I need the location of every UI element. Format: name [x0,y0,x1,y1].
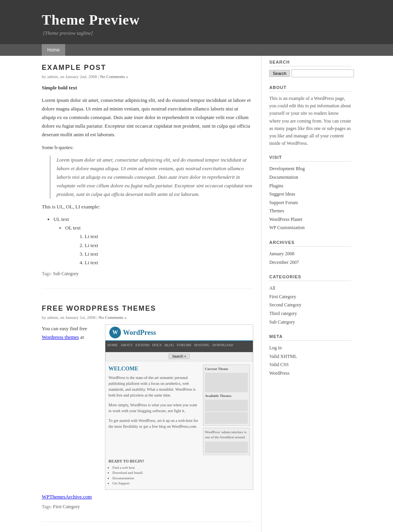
wp-logo-icon: W [109,327,121,338]
post-bquote-label: Some b-quotes: [42,143,253,152]
wp-logo-text: WordPress [123,327,156,339]
visit-link-themes[interactable]: Themes [269,208,284,214]
list-item: WordPress Planet [269,215,351,224]
tag-link-subcategory[interactable]: Sub Category [53,271,79,276]
visit-link-devblog[interactable]: Development Blog [269,166,305,171]
list-item: Li text [85,241,253,250]
tags-label-2: Tags: [42,504,52,509]
nav-link-home[interactable]: Home [42,44,65,56]
list-item: Valid XHTML [269,352,351,361]
sidebar-meta-heading: Meta [269,334,351,341]
cat-link-second[interactable]: Second Category [269,302,301,308]
visit-link-docs[interactable]: Documentation [269,174,298,180]
wp-nav-about: ABOUT [121,342,133,351]
list-item: Support Forum [269,199,351,207]
visit-link-plugins[interactable]: Plugins [269,183,283,189]
site-title: Theme Preview [42,12,393,28]
visit-link-wpcustom[interactable]: WP Customization [269,225,305,230]
meta-wordpress[interactable]: WordPress [269,370,290,376]
visit-link-support[interactable]: Support Forum [269,200,298,205]
page-wrapper: Theme Preview [Theme preview tagline] Ho… [0,0,393,532]
sidebar-archives: Archives January 2008 December 2007 [269,240,351,267]
post-wordpress-themes: FREE WORDPRESS THEMES by admin, on Janua… [42,304,253,522]
list-item: Li text [85,250,253,258]
wp-archive-link[interactable]: WPThemesArchive.com [42,494,92,500]
list-item: Third category [269,310,351,318]
post-ol-sublist: OL text Li text Li text Li text Li text [65,224,253,267]
search-button[interactable]: Search [269,70,290,77]
post-example: EXAMPLE POST by admin, on January 2nd, 2… [42,64,253,289]
site-tagline: [Theme preview tagline] [43,30,393,36]
sidebar-about: About This is an example of a WordPress … [269,85,351,147]
post-title-wp: FREE WORDPRESS THEMES [42,304,253,313]
wp-nav-download: DOWNLOAD [212,342,233,351]
wp-nav-bar: HOME ABOUT EXTEND DOCS BLOG FORUMS HOSTI… [105,341,253,352]
meta-login[interactable]: Log in [269,345,282,351]
sidebar-archives-heading: Archives [269,240,351,247]
cat-link-all[interactable]: All [269,285,275,291]
wp-nav-home: HOME [107,342,118,351]
sidebar-visit-list: Development Blog Documentation Plugins S… [269,165,351,232]
post-comments-link-2[interactable]: No Comments » [99,315,127,320]
post-tags-1: Tags: Sub Category [42,271,253,277]
wp-nav-hosting: HOSTING [194,342,210,351]
post-body-text-1: Lorem ipsum dolor sit amet, consectetur … [42,96,253,139]
meta-xhtml[interactable]: Valid XHTML [269,354,297,359]
visit-link-planet[interactable]: WordPress Planet [269,217,302,222]
post-meta-text-1: by admin, on January 2nd, 2008 | [42,74,99,79]
sidebar-meta: Meta Log in Valid XHTML Valid CSS WordPr… [269,334,351,377]
list-item: December 2007 [269,258,351,267]
post-title-example: EXAMPLE POST [42,64,253,72]
archive-jan2008[interactable]: January 2008 [269,251,294,256]
post-meta-text-2: by admin, on January 1st, 2008 | [42,315,98,320]
cat-link-third[interactable]: Third category [269,311,297,316]
tags-label-1: Tags: [42,271,52,276]
content-wrapper: EXAMPLE POST by admin, on January 2nd, 2… [42,56,351,532]
list-item: Suggest Ideas [269,190,351,199]
wp-nav-blog: BLOG [165,342,174,351]
meta-css[interactable]: Valid CSS [269,362,289,367]
post-meta-example: by admin, on January 2nd, 2008 | No Comm… [42,74,253,79]
visit-link-suggest[interactable]: Suggest Ideas [269,191,295,197]
list-item: Sub Category [269,318,351,327]
sidebar-search-heading: Search [269,60,351,66]
post-comments-link-1[interactable]: No Comments » [100,74,128,79]
list-item: All [269,284,351,293]
wordpress-screenshot: W WordPress HOME ABOUT EXTEND DOCS BLOG … [105,324,253,490]
tag-link-firstcategory[interactable]: First Category [53,504,80,509]
list-item: January 2008 [269,250,351,258]
wp-nav-docs: DOCS [152,342,162,351]
sidebar-categories-list: All First Category Second Category Third… [269,284,351,326]
list-item: WP Customization [269,224,351,232]
list-item: Second Category [269,301,351,310]
sidebar-categories-heading: Categories [269,274,351,281]
site-header: Theme Preview [Theme preview tagline] [0,0,393,44]
list-item: Log in [269,344,351,352]
post-ul-label: This is UL, OL, LI example: [42,203,253,211]
post-content-wp: W WordPress HOME ABOUT EXTEND DOCS BLOG … [42,324,253,342]
sidebar-about-text: This is an example of a WordPress page, … [269,95,351,147]
search-form: Search [269,69,351,77]
list-item: First Category [269,293,351,301]
post-ul-list: UL text OL text Li text Li text Li text … [53,215,253,267]
list-item: Development Blog [269,165,351,173]
cat-link-first[interactable]: First Category [269,294,296,299]
list-item: WordPress [269,369,351,378]
wp-site-name: WPThemesArchive.com [42,494,253,500]
list-item: Valid CSS [269,361,351,369]
list-item: OL text Li text Li text Li text Li text [65,224,253,267]
post-tags-2: Tags: First Category [42,504,253,510]
nav-item-home[interactable]: Home [42,44,65,56]
archive-dec2007[interactable]: December 2007 [269,260,299,265]
wp-search-button[interactable]: Search » [169,354,190,359]
cat-link-sub[interactable]: Sub Category [269,319,295,325]
list-item: Documentation [269,173,351,182]
sidebar-archives-list: January 2008 December 2007 [269,250,351,267]
wp-themes-link[interactable]: Wordpress themes [42,334,79,340]
list-item: UL text OL text Li text Li text Li text … [53,215,253,267]
wp-search-bar: Search » [105,352,253,361]
navigation: Home [0,44,393,56]
search-input[interactable] [292,69,354,77]
list-item: Li text [85,232,253,241]
post-bold-label: Simple bold text [42,85,77,91]
